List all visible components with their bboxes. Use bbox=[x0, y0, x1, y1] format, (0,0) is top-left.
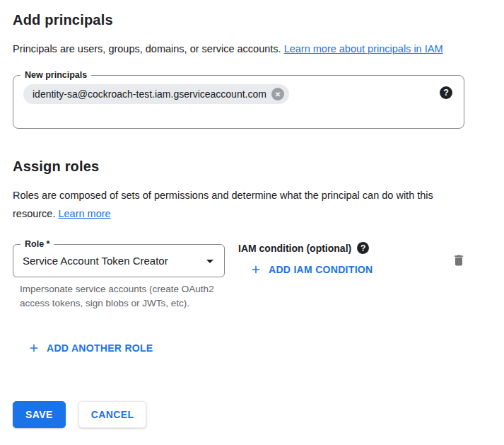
page-title: Add principals bbox=[13, 12, 504, 28]
learn-more-principals-link[interactable]: Learn more about principals in IAM bbox=[284, 43, 443, 54]
role-helper-text: Impersonate service accounts (create OAu… bbox=[13, 282, 225, 311]
delete-role-button[interactable] bbox=[450, 252, 467, 271]
assign-roles-title: Assign roles bbox=[13, 158, 504, 175]
new-principals-field[interactable]: New principals identity-sa@cockroach-tes… bbox=[13, 75, 464, 129]
role-select[interactable]: Role * Service Account Token Creator bbox=[13, 244, 225, 277]
trash-icon bbox=[452, 253, 466, 267]
principal-chip: identity-sa@cockroach-test.iam.gservicea… bbox=[23, 84, 289, 104]
learn-more-roles-link[interactable]: Learn more bbox=[58, 208, 110, 219]
add-another-role-label: ADD ANOTHER ROLE bbox=[47, 342, 153, 354]
add-iam-condition-button[interactable]: ADD IAM CONDITION bbox=[250, 263, 373, 276]
iam-condition-help-icon[interactable]: ? bbox=[357, 242, 369, 254]
actions-row: SAVE CANCEL bbox=[13, 401, 504, 428]
help-glyph: ? bbox=[443, 88, 449, 98]
add-iam-condition-label: ADD IAM CONDITION bbox=[269, 264, 373, 275]
add-another-role-button[interactable]: ADD ANOTHER ROLE bbox=[28, 342, 153, 354]
plus-icon bbox=[250, 263, 262, 276]
role-selected-value: Service Account Token Creator bbox=[23, 255, 168, 267]
iam-condition-column: IAM condition (optional) ? ADD IAM CONDI… bbox=[238, 244, 450, 279]
chip-remove-button[interactable]: ✕ bbox=[271, 88, 284, 100]
add-principals-panel: Add principals Principals are users, gro… bbox=[0, 0, 504, 428]
cancel-button[interactable]: CANCEL bbox=[78, 401, 147, 428]
plus-icon bbox=[28, 342, 40, 354]
close-icon: ✕ bbox=[275, 91, 281, 98]
principals-help-icon[interactable]: ? bbox=[440, 86, 452, 99]
chevron-down-icon bbox=[201, 253, 218, 270]
help-glyph: ? bbox=[361, 243, 365, 253]
principal-chip-text: identity-sa@cockroach-test.iam.gservicea… bbox=[33, 88, 266, 100]
intro-text: Principals are users, groups, domains, o… bbox=[13, 40, 476, 58]
assign-roles-description: Roles are composed of sets of permission… bbox=[13, 186, 451, 223]
role-label: Role * bbox=[20, 238, 54, 250]
iam-condition-label-row: IAM condition (optional) ? bbox=[238, 242, 450, 254]
intro-text-body: Principals are users, groups, domains, o… bbox=[13, 43, 281, 54]
principals-chip-area: identity-sa@cockroach-test.iam.gservicea… bbox=[23, 84, 454, 104]
role-row: Role * Service Account Token Creator Imp… bbox=[13, 244, 477, 311]
iam-condition-label: IAM condition (optional) bbox=[238, 243, 351, 254]
role-column: Role * Service Account Token Creator Imp… bbox=[13, 244, 225, 311]
new-principals-label: New principals bbox=[20, 69, 91, 81]
save-button[interactable]: SAVE bbox=[13, 401, 66, 428]
